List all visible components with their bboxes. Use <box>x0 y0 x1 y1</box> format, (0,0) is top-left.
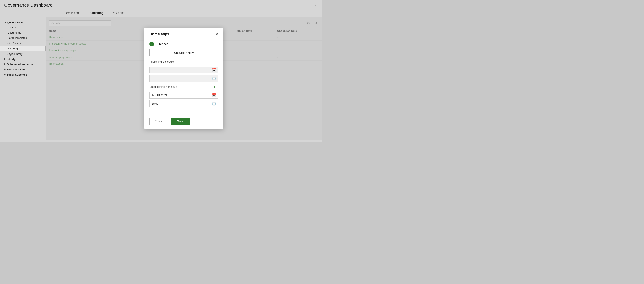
unpub-time-text: 18:00 <box>152 102 158 105</box>
save-button[interactable]: Save <box>171 118 190 125</box>
sidebar-item-label: Site Assets <box>8 42 21 45</box>
sidebar-item-label: Site Pages <box>8 47 21 50</box>
cancel-button[interactable]: Cancel <box>149 118 169 125</box>
sidebar: governance DocLib Documents Form Templat… <box>0 17 46 140</box>
clock-icon: 🕐 <box>212 77 216 81</box>
main-panel: ⚙ ↺ Name Publish Date Unpublish Date Hom… <box>46 17 322 140</box>
sidebar-item-label: Documents <box>8 31 21 34</box>
sidebar-item-tudor-subsite-2[interactable]: Tudor Subsite 2 <box>0 72 46 77</box>
published-status-icon: ✓ <box>149 42 154 46</box>
tabs-bar: Permissions Publishing Revisions <box>0 10 322 17</box>
sidebar-item-label: Tudor Subsite 2 <box>7 73 27 76</box>
pub-time-input-row[interactable]: 🕐 <box>149 75 218 82</box>
modal-title: Home.aspx <box>149 32 169 36</box>
sidebar-item-label: governance <box>8 21 23 24</box>
calendar-icon: 📅 <box>212 93 216 97</box>
modal-close-button[interactable]: ✕ <box>214 32 219 37</box>
sidebar-item-tudor-subsite[interactable]: Tudor Subsite <box>0 67 46 72</box>
publishing-schedule-label: Publishing Schedule <box>149 60 174 63</box>
unpub-time-input-row[interactable]: 18:00 🕐 <box>149 100 218 107</box>
sidebar-item-site-assets[interactable]: Site Assets <box>0 41 46 46</box>
status-label: Published <box>156 43 168 46</box>
chevron-down-icon <box>4 21 6 24</box>
unpub-date-input-row[interactable]: Jan 13, 2021 📅 <box>149 92 218 99</box>
sidebar-item-governance[interactable]: governance <box>0 20 46 25</box>
calendar-icon: 📅 <box>212 68 216 72</box>
unpub-date-text: Jan 13, 2021 <box>152 94 167 97</box>
publishing-schedule-section: Publishing Schedule 📅 🕐 <box>149 60 218 82</box>
content-area: governance DocLib Documents Form Templat… <box>0 17 322 140</box>
clock-icon: 🕐 <box>212 102 216 106</box>
modal-header: Home.aspx ✕ <box>144 28 223 39</box>
tab-publishing[interactable]: Publishing <box>84 10 108 17</box>
status-row: ✓ Published <box>149 42 218 46</box>
unpublishing-schedule-section: Unpublishing Schedule clear Jan 13, 2021… <box>149 85 218 107</box>
close-button[interactable]: × <box>313 3 318 8</box>
sidebar-item-form-templates[interactable]: Form Templates <box>0 35 46 41</box>
unpublishing-schedule-header: Unpublishing Schedule clear <box>149 85 218 90</box>
sidebar-item-adsxfgn[interactable]: adsxfgn <box>0 57 46 62</box>
sidebar-item-documents[interactable]: Documents <box>0 30 46 35</box>
sidebar-item-doclib[interactable]: DocLib <box>0 25 46 30</box>
modal-footer: Cancel Save <box>144 115 223 129</box>
publishing-schedule-header: Publishing Schedule <box>149 60 218 65</box>
sidebar-item-label: Subsiteuniqueperms <box>7 63 34 66</box>
sidebar-item-style-library[interactable]: Style Library <box>0 51 46 57</box>
header: Governance Dashboard × <box>0 0 322 10</box>
sidebar-item-label: adsxfgn <box>7 58 17 61</box>
modal-dialog: Home.aspx ✕ ✓ Published Unpublish Now <box>144 28 223 129</box>
pub-date-input-row[interactable]: 📅 <box>149 67 218 73</box>
main-window: Governance Dashboard × Permissions Publi… <box>0 0 322 142</box>
sidebar-item-label: Form Templates <box>8 36 27 40</box>
modal-body: ✓ Published Unpublish Now Publishing Sch… <box>144 39 223 115</box>
clear-link[interactable]: clear <box>213 86 218 89</box>
sidebar-item-site-pages[interactable]: Site Pages <box>0 46 46 51</box>
chevron-right-icon <box>4 63 6 66</box>
sidebar-item-label: Style Library <box>8 52 22 56</box>
tab-revisions[interactable]: Revisions <box>108 10 128 17</box>
sidebar-item-subsiteuniqueperms[interactable]: Subsiteuniqueperms <box>0 62 46 67</box>
sidebar-item-label: Tudor Subsite <box>7 68 25 71</box>
unpublish-now-button[interactable]: Unpublish Now <box>149 49 218 56</box>
tab-permissions[interactable]: Permissions <box>60 10 84 17</box>
modal-overlay: Home.aspx ✕ ✓ Published Unpublish Now <box>46 17 322 140</box>
sidebar-item-label: DocLib <box>8 26 16 29</box>
page-title: Governance Dashboard <box>4 3 53 8</box>
chevron-right-icon <box>4 73 6 76</box>
unpublishing-schedule-label: Unpublishing Schedule <box>149 85 177 88</box>
chevron-right-icon <box>4 58 6 61</box>
chevron-right-icon <box>4 68 6 71</box>
